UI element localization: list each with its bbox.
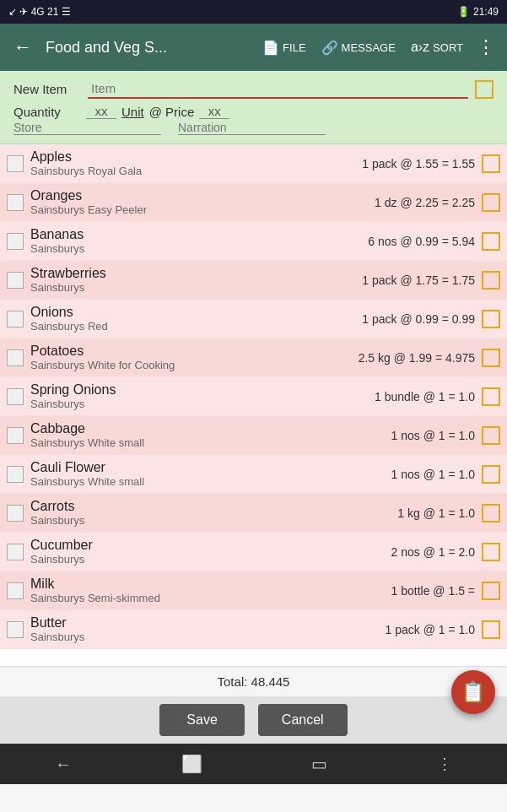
item-content-0: Apples Sainsburys Royal Gala bbox=[30, 149, 362, 177]
item-sub-6: Sainsburys bbox=[30, 398, 365, 410]
item-content-11: Milk Sainsburys Semi-skimmed bbox=[30, 577, 365, 604]
item-sub-0: Sainsburys Royal Gala bbox=[30, 165, 362, 177]
item-checkbox-9[interactable] bbox=[7, 505, 24, 522]
item-sub-2: Sainsburys bbox=[30, 242, 365, 255]
status-right: 🔋 21:49 bbox=[457, 6, 499, 18]
nav-back-button[interactable]: ← bbox=[41, 748, 85, 781]
cancel-button[interactable]: Cancel bbox=[258, 704, 348, 736]
status-bar: ↙ ✈ 4G 21 ☰ 🔋 21:49 bbox=[0, 0, 507, 24]
list-item: Potatoes Sainsburys White for Cooking 2.… bbox=[0, 338, 507, 377]
list-item: Cucumber Sainsburys 2 nos @ 1 = 2.0 bbox=[0, 533, 507, 571]
sort-label: SORT bbox=[433, 41, 463, 54]
item-content-4: Onions Sainsburys Red bbox=[30, 305, 362, 333]
item-select-box-1[interactable] bbox=[482, 193, 500, 212]
item-select-box-10[interactable] bbox=[482, 543, 500, 561]
item-price-11: 1 bottle @ 1.5 = bbox=[365, 584, 475, 598]
sort-icon: a›z bbox=[411, 40, 429, 55]
nav-more-button[interactable]: ⋮ bbox=[423, 748, 466, 780]
item-price-2: 6 nos @ 0.99 = 5.94 bbox=[365, 235, 475, 248]
list-item: Spring Onions Sainsburys 1 bundle @ 1 = … bbox=[0, 377, 507, 416]
item-input[interactable] bbox=[88, 79, 468, 99]
item-content-6: Spring Onions Sainsburys bbox=[30, 382, 365, 410]
price-input[interactable] bbox=[199, 104, 229, 119]
item-checkbox[interactable] bbox=[475, 80, 494, 99]
total-value: 48.445 bbox=[251, 674, 290, 689]
fab-icon: 📋 bbox=[461, 680, 486, 704]
item-content-8: Cauli Flower Sainsburys White small bbox=[30, 460, 365, 488]
item-sub-8: Sainsburys White small bbox=[30, 475, 365, 488]
item-checkbox-8[interactable] bbox=[7, 466, 24, 483]
item-name-3: Strawberries bbox=[30, 266, 362, 281]
item-content-5: Potatoes Sainsburys White for Cooking bbox=[30, 344, 359, 371]
item-select-box-2[interactable] bbox=[482, 232, 500, 251]
narration-input[interactable] bbox=[178, 121, 326, 135]
item-select-box-8[interactable] bbox=[482, 465, 500, 484]
item-select-box-0[interactable] bbox=[482, 154, 500, 173]
item-price-12: 1 pack @ 1 = 1.0 bbox=[365, 623, 475, 636]
list-item: Bananas Sainsburys 6 nos @ 0.99 = 5.94 bbox=[0, 222, 507, 261]
more-button[interactable]: ⋮ bbox=[472, 33, 500, 62]
nav-home-button[interactable]: ⬜ bbox=[168, 747, 216, 781]
screen-title: Food and Veg S... bbox=[46, 39, 249, 57]
item-checkbox-1[interactable] bbox=[7, 194, 24, 211]
nav-recent-button[interactable]: ▭ bbox=[298, 747, 341, 781]
item-sub-5: Sainsburys White for Cooking bbox=[30, 359, 359, 371]
item-checkbox-11[interactable] bbox=[7, 582, 24, 599]
item-checkbox-2[interactable] bbox=[7, 233, 24, 250]
item-name-10: Cucumber bbox=[30, 538, 365, 553]
item-price-7: 1 nos @ 1 = 1.0 bbox=[365, 429, 475, 442]
fab-button[interactable]: 📋 bbox=[451, 670, 495, 714]
quantity-input[interactable] bbox=[86, 104, 116, 119]
list-item: Milk Sainsburys Semi-skimmed 1 bottle @ … bbox=[0, 571, 507, 610]
item-price-9: 1 kg @ 1 = 1.0 bbox=[365, 506, 475, 520]
status-icons: ↙ ✈ 4G 21 ☰ bbox=[8, 6, 71, 18]
item-select-box-7[interactable] bbox=[482, 426, 500, 445]
item-select-box-4[interactable] bbox=[482, 310, 500, 328]
status-left: ↙ ✈ 4G 21 ☰ bbox=[8, 6, 71, 18]
message-button[interactable]: 🔗 MESSAGE bbox=[315, 36, 402, 59]
item-checkbox-12[interactable] bbox=[7, 621, 24, 638]
item-name-6: Spring Onions bbox=[30, 382, 365, 398]
item-name-8: Cauli Flower bbox=[30, 460, 365, 475]
item-checkbox-3[interactable] bbox=[7, 272, 24, 289]
item-checkbox-6[interactable] bbox=[7, 388, 24, 405]
list-item: Onions Sainsburys Red 1 pack @ 0.99 = 0.… bbox=[0, 300, 507, 338]
item-price-10: 2 nos @ 1 = 2.0 bbox=[365, 545, 475, 559]
sort-button[interactable]: a›z SORT bbox=[404, 36, 470, 58]
item-select-box-5[interactable] bbox=[482, 349, 500, 367]
item-select-box-6[interactable] bbox=[482, 387, 500, 406]
store-input[interactable] bbox=[13, 121, 161, 135]
new-item-row: New Item bbox=[13, 79, 494, 99]
total-label: Total: bbox=[218, 674, 248, 689]
item-price-6: 1 bundle @ 1 = 1.0 bbox=[365, 390, 475, 403]
item-select-box-11[interactable] bbox=[482, 582, 500, 600]
message-icon: 🔗 bbox=[321, 40, 338, 56]
back-button[interactable]: ← bbox=[7, 33, 39, 62]
list-item: Cauli Flower Sainsburys White small 1 no… bbox=[0, 455, 507, 494]
item-price-3: 1 pack @ 1.75 = 1.75 bbox=[362, 273, 475, 287]
at-label: @ Price bbox=[149, 105, 195, 119]
item-checkbox-10[interactable] bbox=[7, 544, 24, 560]
item-checkbox-5[interactable] bbox=[7, 349, 24, 366]
quantity-label: Quantity bbox=[13, 105, 81, 119]
item-checkbox-4[interactable] bbox=[7, 311, 24, 328]
item-content-3: Strawberries Sainsburys bbox=[30, 266, 362, 294]
file-button[interactable]: 📄 FILE bbox=[256, 36, 312, 59]
item-content-2: Bananas Sainsburys bbox=[30, 227, 365, 255]
save-button[interactable]: Save bbox=[159, 704, 244, 736]
item-name-0: Apples bbox=[30, 149, 362, 165]
item-sub-3: Sainsburys bbox=[30, 281, 362, 294]
item-select-box-12[interactable] bbox=[482, 620, 500, 639]
new-item-label: New Item bbox=[13, 82, 81, 96]
item-checkbox-0[interactable] bbox=[7, 155, 24, 172]
item-select-box-9[interactable] bbox=[482, 504, 500, 522]
item-content-9: Carrots Sainsburys bbox=[30, 499, 365, 527]
quantity-row: Quantity Unit @ Price bbox=[13, 104, 494, 119]
item-content-10: Cucumber Sainsburys bbox=[30, 538, 365, 566]
item-select-box-3[interactable] bbox=[482, 271, 500, 290]
item-name-4: Onions bbox=[30, 305, 362, 320]
item-checkbox-7[interactable] bbox=[7, 427, 24, 444]
item-name-1: Oranges bbox=[30, 188, 365, 203]
unit-label[interactable]: Unit bbox=[121, 105, 144, 119]
items-list: Apples Sainsburys Royal Gala 1 pack @ 1.… bbox=[0, 144, 507, 666]
